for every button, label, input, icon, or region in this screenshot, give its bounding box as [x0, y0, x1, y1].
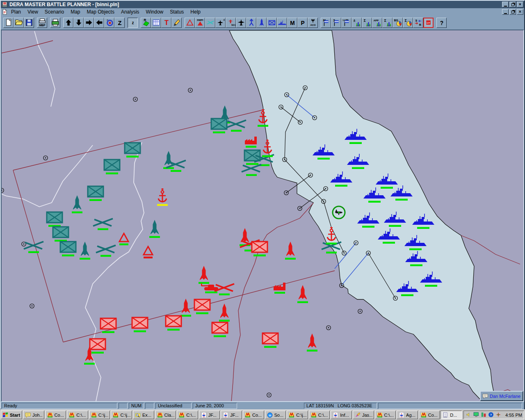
minimize-button[interactable]: [502, 2, 509, 7]
zoom-out-small-button[interactable]: z: [128, 18, 138, 28]
clock[interactable]: 4:55 PM: [505, 413, 522, 418]
child-minimize-button[interactable]: [502, 9, 509, 15]
user-presence-window[interactable]: Dan McFarlane: [480, 391, 523, 401]
task-button-ag[interactable]: Ag...: [397, 411, 418, 419]
pan-left-button[interactable]: [94, 18, 104, 28]
speaker-icon[interactable]: [466, 411, 473, 419]
app-window: DERA MASTER BATTLE PLANNER - [binni.pln]…: [0, 0, 525, 409]
ship-tool-button[interactable]: [277, 18, 287, 28]
print-button[interactable]: [50, 18, 60, 28]
task-button-co[interactable]: Co...: [45, 411, 66, 419]
task-button-c[interactable]: C:\...: [309, 411, 330, 419]
task-button-co[interactable]: Co...: [419, 411, 440, 419]
draw-pencil-button[interactable]: [171, 18, 182, 28]
task-button-ex[interactable]: Ex...: [133, 411, 154, 419]
m-flag-button[interactable]: M: [321, 18, 331, 28]
menu-scenario[interactable]: Scenario: [41, 9, 67, 15]
task-button-inf[interactable]: Inf...: [331, 411, 352, 419]
task-button-jf[interactable]: JF...: [199, 411, 220, 419]
menu-analysis[interactable]: Analysis: [118, 9, 143, 15]
task-button-jas[interactable]: Jas...: [353, 411, 374, 419]
task-button-jf[interactable]: JF...: [221, 411, 242, 419]
task-button-cj[interactable]: C:\j...: [89, 411, 110, 419]
dmpi-button[interactable]: DMPI: [195, 18, 205, 28]
mbp-print-button[interactable]: MBP: [37, 18, 47, 28]
menu-window[interactable]: Window: [143, 9, 167, 15]
child-close-button[interactable]: ×: [517, 9, 523, 15]
plusminus-chart-button[interactable]: ±: [352, 18, 362, 28]
help-button[interactable]: ?: [436, 18, 447, 28]
title-bar[interactable]: DERA MASTER BATTLE PLANNER - [binni.pln]…: [1, 1, 524, 8]
svg-text:±: ±: [353, 19, 355, 23]
close-button[interactable]: ×: [517, 2, 523, 7]
blue-help-icon[interactable]: ?: [488, 411, 495, 419]
document-icon[interactable]: [2, 9, 8, 15]
bg-pie-button[interactable]: BG: [393, 18, 403, 28]
toolbar: MBPcZzRTDMPI4SCLMPACOMΣLLTR±ΣAPPΣBGΣ5ROT…: [1, 16, 524, 30]
task-button-joh[interactable]: Joh...: [23, 411, 44, 419]
m-tool-button[interactable]: M: [287, 18, 297, 28]
task-button-cla[interactable]: Cla...: [155, 411, 176, 419]
chart-icon[interactable]: [480, 411, 488, 419]
app-chart-button[interactable]: APP: [372, 18, 382, 28]
lltr-flag-button[interactable]: LLTR: [341, 18, 352, 28]
open-button[interactable]: [14, 18, 24, 28]
aircraft-scl-button[interactable]: SCL: [226, 18, 236, 28]
missile-tool-button[interactable]: [256, 18, 267, 28]
unit-box-tool-button[interactable]: [267, 18, 277, 28]
pinwheel-icon[interactable]: [495, 411, 502, 419]
text-label-button[interactable]: T: [161, 18, 171, 28]
pan-right-button[interactable]: [84, 18, 94, 28]
sum-chart2-button[interactable]: Σ: [382, 18, 393, 28]
task-button-cj[interactable]: C:\j...: [287, 411, 308, 419]
app-icon: [2, 2, 8, 7]
svg-text:Σ: Σ: [384, 19, 386, 23]
save-button[interactable]: [24, 18, 34, 28]
svg-text:OT: OT: [427, 21, 430, 24]
recolor-r-button[interactable]: R: [141, 18, 151, 28]
route-cyan-button[interactable]: [205, 18, 215, 28]
aco-button[interactable]: ACO: [308, 18, 318, 28]
display-icon[interactable]: [473, 411, 480, 419]
sam-site-button[interactable]: [246, 18, 256, 28]
ot-active-button[interactable]: OT: [423, 18, 434, 28]
child-restore-button[interactable]: [509, 9, 516, 15]
start-button[interactable]: Start: [1, 411, 22, 419]
menu-status[interactable]: Status: [167, 9, 187, 15]
task-button-c[interactable]: C:\...: [375, 411, 396, 419]
task-button-c[interactable]: C:\...: [67, 411, 88, 419]
status-bar: Ready NUM Unclassified June 20, 2000 LAT…: [1, 402, 524, 409]
status-num: NUM: [129, 403, 144, 409]
map-canvas[interactable]: [2, 30, 523, 401]
table-view-button[interactable]: [151, 18, 161, 28]
svg-text:R: R: [419, 23, 421, 27]
task-button-co[interactable]: Co...: [243, 411, 264, 419]
zoom-in-button[interactable]: Z: [114, 18, 125, 28]
sum-flag-button[interactable]: Σ: [331, 18, 341, 28]
center-target-button[interactable]: c: [104, 18, 114, 28]
svg-text:4: 4: [223, 18, 225, 21]
p-tool-button[interactable]: P: [297, 18, 308, 28]
svg-text:DMPI: DMPI: [197, 19, 203, 21]
task-button-cj[interactable]: C:\j...: [111, 411, 132, 419]
pan-down-button[interactable]: [73, 18, 84, 28]
menu-plan[interactable]: Plan: [8, 9, 24, 15]
status-date: June 20, 2000: [193, 403, 237, 409]
triangle-outline-button[interactable]: [185, 18, 195, 28]
aircraft-button[interactable]: [236, 18, 246, 28]
aircraft-4-button[interactable]: 4: [215, 18, 226, 28]
restore-button[interactable]: [509, 2, 516, 7]
task-button-c[interactable]: C:\...: [177, 411, 198, 419]
menu-map-objects[interactable]: Map Objects: [84, 9, 118, 15]
sum-pie-button[interactable]: Σ: [403, 18, 413, 28]
route-5r-button[interactable]: 5R: [413, 18, 423, 28]
menu-map[interactable]: Map: [67, 9, 83, 15]
new-button[interactable]: [3, 18, 14, 28]
menu-view[interactable]: View: [24, 9, 41, 15]
task-button-d[interactable]: D...: [441, 411, 462, 419]
system-tray: ? 4:55 PM: [463, 411, 524, 419]
menu-help[interactable]: Help: [187, 9, 204, 15]
sum-chart-button[interactable]: Σ: [362, 18, 372, 28]
task-button-so[interactable]: 32So...: [265, 411, 286, 419]
pan-up-button[interactable]: [63, 18, 73, 28]
